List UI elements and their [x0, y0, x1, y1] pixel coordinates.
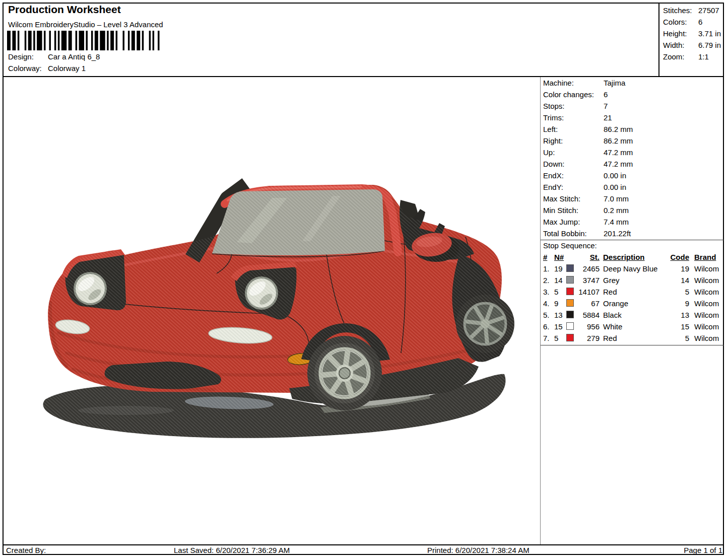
row-num: 3.: [543, 288, 553, 296]
row-description: Deep Navy Blue: [603, 264, 670, 273]
row-code: 14: [666, 276, 689, 285]
stat-label: Stitches:: [663, 6, 692, 15]
row-needle: 13: [554, 311, 567, 319]
row-stitches: 14107: [575, 288, 600, 296]
design-value: Car a Antiq 6_8: [48, 52, 100, 61]
stat-value: 27507: [698, 6, 719, 15]
row-num: 2.: [543, 276, 553, 285]
stitch-texture: [4, 77, 540, 544]
row-description: White: [603, 322, 670, 331]
col-code: Code: [666, 253, 689, 261]
colorway-label: Colorway:: [8, 64, 48, 73]
row-brand: Wilcom: [694, 288, 723, 296]
last-saved-text: Last Saved: 6/20/2021 7:36:29 AM: [174, 546, 290, 554]
row-brand: Wilcom: [694, 264, 723, 273]
stat-value: 6.79 in: [698, 41, 721, 49]
design-preview-area: [4, 77, 540, 544]
col-needle: N#: [554, 253, 567, 261]
row-code: 5: [666, 288, 689, 296]
stat-label: Height:: [663, 29, 687, 38]
thread-color-swatch: [566, 311, 574, 318]
stop-sequence-title: Stop Sequence:: [543, 241, 597, 250]
stop-sequence-row: 7.5279Red5Wilcom: [540, 334, 724, 345]
info-value: 7.0 mm: [604, 194, 629, 203]
row-brand: Wilcom: [694, 311, 723, 319]
info-label: Machine:: [543, 79, 574, 87]
info-label: Total Bobbin:: [543, 229, 587, 238]
row-code: 5: [666, 334, 689, 342]
info-label: Min Stitch:: [543, 206, 578, 215]
info-label: Max Stitch:: [543, 194, 580, 203]
stat-value: 1:1: [698, 52, 709, 61]
thread-color-swatch: [566, 264, 574, 272]
thread-color-swatch: [566, 276, 574, 284]
row-num: 1.: [543, 264, 553, 273]
row-num: 6.: [543, 322, 553, 331]
info-value: 86.2 mm: [604, 125, 633, 133]
row-code: 15: [666, 322, 689, 331]
info-value: 0.2 mm: [604, 206, 629, 215]
thread-color-swatch: [566, 334, 574, 341]
row-needle: 5: [554, 288, 567, 296]
info-value: 201.22ft: [604, 229, 631, 238]
thread-color-swatch: [566, 299, 574, 307]
page-number: Page 1 of 1: [684, 546, 722, 554]
info-value: 47.2 mm: [604, 160, 633, 168]
row-brand: Wilcom: [694, 299, 723, 308]
row-code: 19: [666, 264, 689, 273]
info-label: Left:: [543, 125, 558, 133]
col-stitches: St.: [575, 253, 600, 261]
row-code: 13: [666, 311, 689, 319]
row-brand: Wilcom: [694, 322, 723, 331]
thread-color-swatch: [566, 288, 574, 295]
page-title: Production Worksheet: [8, 4, 121, 16]
row-needle: 9: [554, 299, 567, 308]
stat-value: 6: [698, 18, 702, 26]
stat-label: Colors:: [663, 18, 687, 26]
stat-label: Width:: [663, 41, 685, 49]
row-stitches: 956: [575, 322, 600, 331]
info-label: Up:: [543, 148, 555, 157]
design-label: Design:: [8, 52, 48, 61]
row-needle: 14: [554, 276, 567, 285]
colorway-value: Colorway 1: [48, 64, 86, 73]
row-num: 5.: [543, 311, 553, 319]
info-value: 0.00 in: [604, 171, 626, 180]
info-label: Right:: [543, 136, 563, 145]
stop-sequence-row: 2.143747Grey14Wilcom: [540, 276, 724, 288]
stop-sequence-row: 4.967Orange9Wilcom: [540, 299, 724, 311]
row-brand: Wilcom: [694, 334, 723, 342]
row-stitches: 2465: [575, 264, 600, 273]
printed-text: Printed: 6/20/2021 7:38:24 AM: [427, 546, 530, 554]
info-label: EndX:: [543, 171, 564, 180]
stop-sequence-header-row: # N# St. Description Code Brand: [540, 253, 724, 264]
stop-sequence-row: 1.192465Deep Navy Blue19Wilcom: [540, 264, 724, 276]
barcode-image: [7, 31, 161, 50]
info-value: 7: [604, 102, 608, 110]
footer-divider: [3, 544, 724, 545]
row-stitches: 3747: [575, 276, 600, 285]
row-needle: 15: [554, 322, 567, 331]
row-num: 7.: [543, 334, 553, 342]
row-description: Orange: [603, 299, 670, 308]
info-label: EndY:: [543, 183, 563, 191]
row-brand: Wilcom: [694, 276, 723, 285]
created-by-label: Created By:: [6, 546, 46, 554]
colorway-row: Colorway:Colorway 1: [8, 64, 86, 73]
stat-label: Zoom:: [663, 52, 685, 61]
info-value: 6: [604, 90, 608, 99]
row-needle: 5: [554, 334, 567, 342]
info-value: Tajima: [604, 79, 625, 87]
info-value: 21: [604, 113, 612, 122]
thread-color-swatch: [566, 322, 574, 330]
row-stitches: 5884: [575, 311, 600, 319]
stop-sequence-row: 6.15956White15Wilcom: [540, 322, 724, 334]
stop-sequence-row: 3.514107Red5Wilcom: [540, 288, 724, 299]
row-needle: 19: [554, 264, 567, 273]
stats-box-border: [658, 3, 659, 77]
row-description: Black: [603, 311, 670, 319]
info-value: 86.2 mm: [604, 136, 633, 145]
stop-sequence-row: 5.135884Black13Wilcom: [540, 311, 724, 322]
info-value: 0.00 in: [604, 183, 626, 191]
row-stitches: 279: [575, 334, 600, 342]
